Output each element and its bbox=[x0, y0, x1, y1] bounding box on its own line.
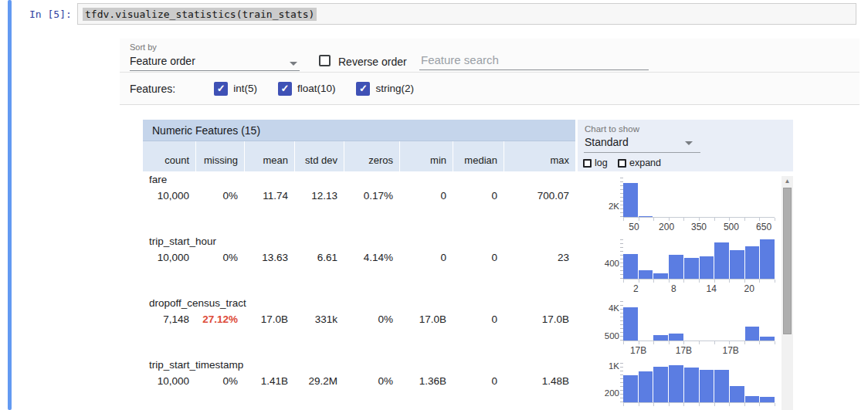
histogram-bar[interactable] bbox=[730, 386, 744, 402]
chevron-down-icon[interactable] bbox=[290, 62, 297, 66]
histogram-bar[interactable] bbox=[639, 216, 653, 217]
code-cell-input[interactable]: tfdv.visualize_statistics(train_stats) bbox=[77, 3, 856, 25]
histogram-plot-area bbox=[623, 301, 775, 341]
cell-mean: 17.0B bbox=[244, 313, 294, 325]
histogram-bar[interactable] bbox=[623, 183, 638, 217]
reverse-order-label: Reverse order bbox=[338, 56, 407, 68]
histogram-bar[interactable] bbox=[745, 396, 760, 402]
charts-scrollbar[interactable]: ▲ bbox=[782, 176, 793, 410]
histogram-bar[interactable] bbox=[653, 367, 668, 402]
histogram-bar[interactable] bbox=[760, 397, 775, 402]
features-filter-row: Features: ✓int(5)✓float(10)✓string(2) bbox=[120, 73, 860, 105]
cell-count: 7,148 bbox=[143, 313, 195, 325]
histogram-bar[interactable] bbox=[745, 246, 760, 279]
checked-checkbox-icon[interactable]: ✓ bbox=[356, 82, 370, 96]
histogram-bar[interactable] bbox=[669, 365, 683, 402]
notebook-page: In [5]: tfdv.visualize_statistics(train_… bbox=[0, 0, 868, 410]
histogram-bar[interactable] bbox=[700, 370, 714, 402]
histogram-bar[interactable] bbox=[714, 370, 729, 402]
expand-label: expand bbox=[629, 158, 661, 168]
y-axis-tick-label: 4K bbox=[582, 303, 619, 313]
histogram-bar[interactable] bbox=[684, 258, 699, 279]
expand-checkbox[interactable] bbox=[618, 159, 626, 168]
x-axis-ticks bbox=[623, 403, 775, 406]
cell-zeros: 0% bbox=[344, 375, 399, 387]
cell-zeros: 0.17% bbox=[344, 190, 399, 202]
scrollbar-up-icon[interactable]: ▲ bbox=[782, 176, 793, 186]
checked-checkbox-icon[interactable]: ✓ bbox=[214, 82, 228, 96]
column-header-median: median bbox=[453, 141, 504, 171]
table-row: dropoff_census_tract7,14827.12%17.0B331k… bbox=[143, 295, 575, 357]
histogram-bar[interactable] bbox=[639, 371, 653, 402]
cell-mean: 11.74 bbox=[244, 190, 294, 202]
chevron-down-icon[interactable] bbox=[685, 141, 693, 145]
column-header-std-dev: std dev bbox=[294, 141, 344, 171]
sort-by-select[interactable]: Feature order bbox=[130, 55, 195, 67]
cell-median: 0 bbox=[453, 375, 504, 387]
histogram-bar[interactable] bbox=[639, 270, 653, 279]
histogram-bar[interactable] bbox=[700, 256, 714, 279]
cell-std-dev: 6.61 bbox=[294, 252, 344, 263]
histogram-bar[interactable] bbox=[760, 239, 775, 279]
cell-min: 1.36B bbox=[399, 375, 453, 387]
filter-label: float(10) bbox=[297, 83, 336, 94]
cell-prompt: In [5]: bbox=[29, 8, 72, 20]
cell-zeros: 0% bbox=[344, 313, 399, 325]
x-axis-tick-label: 8 bbox=[658, 283, 689, 294]
histogram-bar[interactable] bbox=[684, 368, 699, 402]
scrollbar-thumb[interactable] bbox=[783, 188, 792, 334]
histogram-bar[interactable] bbox=[760, 337, 775, 341]
search-underline bbox=[419, 69, 649, 70]
x-axis-ticks bbox=[623, 218, 775, 221]
chart-type-select[interactable]: Standard bbox=[585, 136, 629, 148]
chart-to-show-label: Chart to show bbox=[585, 124, 639, 134]
column-header-mean: mean bbox=[244, 141, 294, 171]
cell-mean: 1.41B bbox=[244, 375, 294, 387]
histogram-bar[interactable] bbox=[653, 335, 668, 341]
column-header-max: max bbox=[504, 141, 575, 171]
x-axis-tick-label: 650 bbox=[748, 222, 779, 232]
histogram-bar[interactable] bbox=[714, 242, 729, 279]
features-label: Features: bbox=[130, 83, 175, 95]
x-axis-tick-label: 17B bbox=[715, 345, 746, 356]
numeric-features-title: Numeric Features (15) bbox=[143, 120, 575, 141]
cell-min: 17.0B bbox=[399, 313, 453, 325]
x-axis-tick-label: 17B bbox=[668, 345, 699, 356]
cell-median: 0 bbox=[453, 252, 504, 263]
cell-count: 10,000 bbox=[143, 375, 195, 387]
feature-filter-int[interactable]: ✓int(5) bbox=[214, 82, 257, 96]
cell-std-dev: 29.2M bbox=[294, 375, 344, 387]
histogram-bar[interactable] bbox=[669, 255, 683, 279]
cell-max: 700.07 bbox=[504, 190, 575, 202]
x-axis-tick-label: 17B bbox=[623, 345, 654, 356]
sort-by-label: Sort by bbox=[130, 42, 157, 52]
histogram-bar[interactable] bbox=[669, 334, 683, 341]
histogram-bar[interactable] bbox=[623, 254, 638, 279]
x-axis-tick-label: 2 bbox=[620, 283, 651, 294]
histogram-bar[interactable] bbox=[653, 273, 668, 279]
y-axis-tick-label: 500 bbox=[582, 331, 619, 341]
histogram-bar[interactable] bbox=[623, 375, 638, 402]
checked-checkbox-icon[interactable]: ✓ bbox=[278, 82, 292, 96]
table-header-row: countmissingmeanstd devzerosminmedianmax bbox=[143, 141, 575, 171]
cell-missing: 27.12% bbox=[195, 313, 244, 325]
cell-missing: 0% bbox=[195, 190, 244, 202]
feature-search-input[interactable]: Feature search bbox=[421, 53, 499, 67]
histogram-bar[interactable] bbox=[623, 307, 638, 341]
code-text[interactable]: tfdv.visualize_statistics(train_stats) bbox=[83, 8, 317, 21]
feature-filter-string[interactable]: ✓string(2) bbox=[356, 82, 414, 96]
filter-label: string(2) bbox=[375, 83, 414, 94]
cell-median: 0 bbox=[453, 190, 504, 202]
log-checkbox[interactable] bbox=[583, 159, 592, 168]
y-axis-tick-label: 200 bbox=[582, 388, 619, 398]
histogram-dropoff_census_tract: 4K50017B17B17B bbox=[582, 295, 793, 357]
cell-missing: 0% bbox=[195, 252, 244, 263]
cell-min: 0 bbox=[399, 190, 453, 202]
feature-filter-float[interactable]: ✓float(10) bbox=[278, 82, 336, 96]
reverse-order-checkbox[interactable] bbox=[319, 55, 331, 66]
histogram-bar[interactable] bbox=[745, 327, 760, 341]
stats-controls-panel: Sort by Feature order Reverse order Feat… bbox=[120, 39, 860, 105]
x-axis-tick-label: 500 bbox=[716, 222, 747, 232]
histogram-bar[interactable] bbox=[730, 250, 744, 279]
x-axis-tick-label: 200 bbox=[651, 222, 682, 232]
